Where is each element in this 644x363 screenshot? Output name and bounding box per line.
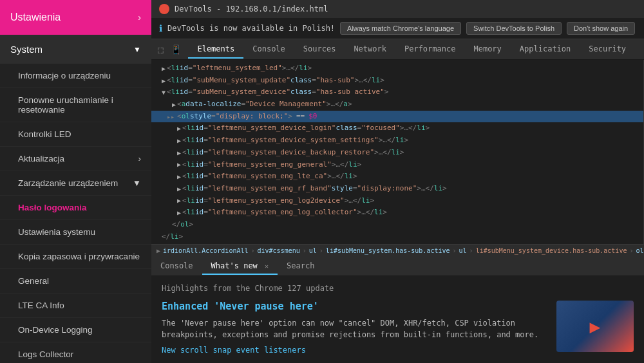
tab-application[interactable]: Application: [511, 41, 580, 59]
sidebar: Ustawienia › System ▼ Informacje o urząd…: [0, 0, 151, 363]
sidebar-item-logs-collector[interactable]: Logs Collector: [0, 342, 151, 363]
html-line-10[interactable]: ▶ <li id="leftmenu_system_eng_lte_ca" >……: [151, 171, 643, 183]
dont-show-button[interactable]: Don't show again: [567, 22, 635, 35]
inspect-element-icon[interactable]: ⬚: [155, 43, 166, 56]
html-line-2[interactable]: ▶ <li id="subMenu_system_update" class="…: [151, 75, 643, 87]
sidebar-item-on-device-logging[interactable]: On-Device Logging: [0, 318, 151, 342]
html-line-3[interactable]: ▼ <li id="subMenu_system_device" class="…: [151, 86, 643, 98]
sidebar-item-update-arrow-icon: ›: [138, 154, 142, 163]
devtools-icon-buttons: ⬚ 📱: [151, 43, 188, 56]
sidebar-item-login-password[interactable]: Hasło logowania: [0, 196, 151, 220]
sidebar-header[interactable]: Ustawienia ›: [0, 0, 151, 35]
expand-triangle-4[interactable]: ▶: [172, 99, 176, 110]
breadcrumb-1[interactable]: irdionAll.AccordionAll: [163, 247, 248, 254]
breadcrumb-4[interactable]: li#subMenu_system.has-sub.active: [326, 247, 450, 254]
sidebar-item-device-mgmt-arrow-icon: ▼: [133, 178, 141, 188]
expand-triangle-11[interactable]: ▶: [177, 183, 181, 194]
devtools-notification-bar: ℹ DevTools is now available in Polish! A…: [151, 18, 644, 39]
devtools-titlebar: DevTools - 192.168.0.1/index.html: [151, 0, 644, 18]
tab-performance[interactable]: Performance: [395, 41, 464, 59]
expand-triangle-10[interactable]: ▶: [177, 171, 181, 182]
device-toolbar-icon[interactable]: 📱: [168, 43, 184, 56]
expand-triangle-12[interactable]: ▶: [177, 195, 181, 206]
tab-memory[interactable]: Memory: [464, 41, 510, 59]
expand-triangle-8[interactable]: ▶: [177, 147, 181, 158]
html-line-13[interactable]: ▶ <li id="leftmenu_system_eng_log_collec…: [151, 207, 643, 219]
switch-to-polish-button[interactable]: Switch DevTools to Polish: [466, 22, 562, 35]
sidebar-item-device-mgmt-label: Zarządzanie urządzeniem: [18, 178, 118, 188]
main-area: DevTools - 192.168.0.1/index.html ℹ DevT…: [151, 0, 644, 363]
whats-new-feature-link[interactable]: New scroll snap event listeners: [162, 346, 306, 355]
whats-new-subtitle: Highlights from the Chrome 127 update: [162, 284, 634, 293]
devtools-window: DevTools - 192.168.0.1/index.html ℹ DevT…: [151, 0, 644, 363]
sidebar-item-backup[interactable]: Kopia zapasowa i przywracanie: [0, 245, 151, 269]
bottom-tab-search[interactable]: Search: [278, 258, 323, 275]
breadcrumb-bar: ▶ irdionAll.AccordionAll › div#cssmenu ›…: [151, 245, 644, 257]
bottom-tab-whats-new[interactable]: What's new ✕: [202, 258, 278, 275]
devtools-body: ▶ <li id="leftmenu_system_led" >…</li> ▶…: [151, 60, 644, 244]
devtools-title: DevTools - 192.168.0.1/index.html: [175, 5, 328, 14]
sidebar-section-system[interactable]: System ▼: [0, 35, 151, 64]
tab-security[interactable]: Security: [580, 41, 635, 59]
info-icon: ℹ: [159, 23, 162, 33]
expand-triangle-1[interactable]: ▶: [162, 63, 166, 74]
html-line-8[interactable]: ▶ <li id="leftmenu_system_device_backup_…: [151, 147, 643, 159]
tab-sources[interactable]: Sources: [294, 41, 345, 59]
tab-lighthouse[interactable]: Lighthouse: [635, 41, 644, 59]
expand-triangle-7[interactable]: ▶: [177, 135, 181, 146]
sidebar-item-lte-ca[interactable]: LTE CA Info: [0, 293, 151, 318]
html-line-9[interactable]: ▶ <li id="leftmenu_system_eng_general" >…: [151, 159, 643, 171]
expand-dots[interactable]: ▸▸: [167, 111, 175, 122]
sidebar-item-system-settings[interactable]: Ustawienia systemu: [0, 220, 151, 245]
match-language-button[interactable]: Always match Chrome's language: [340, 22, 461, 35]
whats-new-text-col: Enhanced 'Never pause here' The 'Never p…: [162, 301, 549, 355]
breadcrumb-3[interactable]: ul: [309, 247, 317, 254]
tab-network[interactable]: Network: [345, 41, 395, 59]
whats-new-feature-row: Enhanced 'Never pause here' The 'Never p…: [162, 301, 634, 355]
sidebar-item-device-mgmt[interactable]: Zarządzanie urządzeniem ▼: [0, 171, 151, 196]
sidebar-item-led[interactable]: Kontrolki LED: [0, 122, 151, 147]
bottom-tab-console[interactable]: Console: [151, 258, 202, 275]
html-line-12[interactable]: ▶ <li id="leftmenu_system_eng_log2device…: [151, 195, 643, 207]
sidebar-item-update-label: Aktualizacja: [18, 154, 64, 163]
html-panel[interactable]: ▶ <li id="leftmenu_system_led" >…</li> ▶…: [151, 60, 644, 244]
breadcrumb-6[interactable]: li#subMenu_system_device.has-sub.active: [476, 247, 627, 254]
console-tabs-bar: Console What's new ✕ Search: [151, 257, 644, 276]
tab-elements[interactable]: Elements: [188, 41, 243, 59]
html-line-11[interactable]: ▶ <li id="leftmenu_system_eng_rf_band" s…: [151, 183, 643, 195]
whats-new-feature-desc: The 'Never pause here' option can now "c…: [162, 317, 549, 340]
whats-new-panel: Highlights from the Chrome 127 update En…: [151, 276, 644, 363]
sidebar-header-label: Ustawienia: [10, 12, 61, 23]
close-whats-new-icon[interactable]: ✕: [265, 263, 269, 270]
sidebar-item-general[interactable]: General: [0, 269, 151, 293]
sidebar-header-arrow-icon: ›: [138, 12, 141, 23]
sidebar-item-about[interactable]: Informacje o urządzeniu: [0, 64, 151, 88]
bottom-panel: ▶ irdionAll.AccordionAll › div#cssmenu ›…: [151, 244, 644, 363]
html-line-6[interactable]: ▶ <li id="leftmenu_system_device_login" …: [151, 122, 643, 135]
expand-triangle-6[interactable]: ▶: [177, 123, 181, 134]
play-button-icon[interactable]: ▶: [590, 316, 601, 337]
html-line-15[interactable]: </li>: [151, 231, 643, 243]
svg-point-0: [161, 6, 167, 12]
whats-new-thumbnail: ▶: [556, 301, 634, 352]
sidebar-section-arrow-icon: ▼: [133, 45, 141, 54]
sidebar-item-reboot[interactable]: Ponowne uruchamianie i resetowanie: [0, 88, 151, 122]
html-line-14[interactable]: </ol>: [151, 219, 643, 231]
breadcrumb-7[interactable]: ol: [636, 247, 643, 254]
expand-triangle-2[interactable]: ▶: [162, 75, 166, 86]
expand-triangle-9[interactable]: ▶: [177, 159, 181, 170]
html-line-7[interactable]: ▶ <li id="leftmenu_system_device_system_…: [151, 135, 643, 147]
breadcrumb-2[interactable]: div#cssmenu: [258, 247, 300, 254]
sidebar-item-update[interactable]: Aktualizacja ›: [0, 147, 151, 171]
whats-new-feature-title[interactable]: Enhanced 'Never pause here': [162, 301, 549, 312]
html-line-5[interactable]: ▸▸ <ol style="display: block;" > == $0: [151, 111, 643, 123]
devtools-favicon: [159, 4, 169, 14]
sidebar-section-label: System: [10, 44, 43, 55]
tab-console[interactable]: Console: [243, 41, 294, 59]
breadcrumb-5[interactable]: ul: [459, 247, 467, 254]
expand-triangle-3[interactable]: ▼: [162, 87, 166, 98]
html-line-1[interactable]: ▶ <li id="leftmenu_system_led" >…</li>: [151, 62, 643, 75]
devtools-tabs-bar: ⬚ 📱 Elements Console Sources Network Per…: [151, 39, 644, 60]
expand-triangle-13[interactable]: ▶: [177, 207, 181, 218]
html-line-4[interactable]: ▶ <a data-localize="Device Management" >…: [151, 98, 643, 111]
